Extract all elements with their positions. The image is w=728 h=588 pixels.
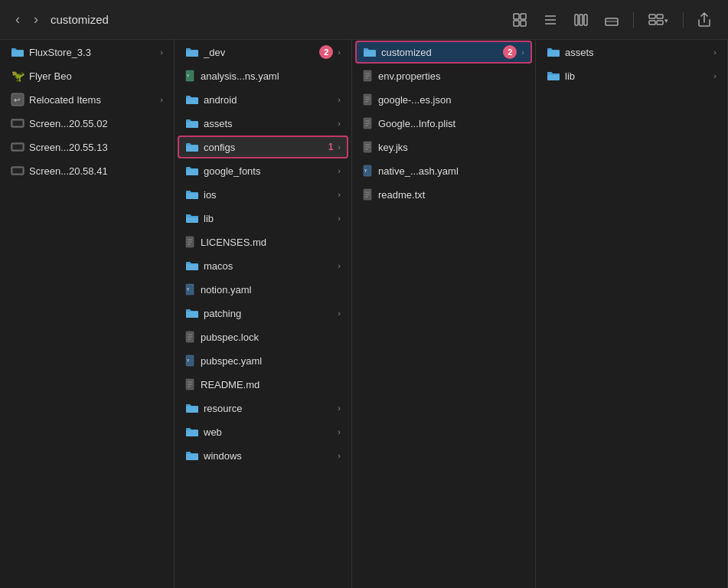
svg-rect-22 — [13, 145, 22, 149]
col3-item-label: Google...Info.plist — [378, 118, 524, 129]
folder-icon — [185, 47, 199, 57]
col2-item-ios[interactable]: ios › — [178, 183, 348, 206]
list-view-button[interactable] — [538, 9, 563, 31]
col2-item-label: resource — [204, 403, 333, 414]
col2-item-label: ios — [204, 189, 333, 201]
svg-rect-14 — [649, 21, 655, 24]
sidebar-item-label: Screen...20.55.13 — [29, 142, 163, 153]
folder-icon — [185, 260, 199, 271]
chevron-icon: › — [338, 427, 341, 436]
file-icon — [363, 117, 374, 130]
folder-icon — [185, 142, 199, 152]
svg-rect-24 — [13, 168, 22, 173]
file-icon — [363, 141, 374, 154]
title-bar: ‹ › customized — [0, 0, 728, 40]
col3-item-env[interactable]: env.properties — [355, 64, 532, 87]
folder-icon — [185, 165, 199, 176]
svg-rect-20 — [13, 121, 22, 126]
col2-item-label: README.md — [201, 379, 341, 390]
svg-rect-15 — [657, 21, 663, 24]
svg-rect-13 — [657, 15, 663, 18]
chevron-icon: › — [338, 95, 341, 104]
col2-item-resource[interactable]: resource › — [178, 397, 348, 420]
col2-item-pubspec-yaml[interactable]: Y pubspec.yaml — [178, 349, 348, 372]
col2-item-licenses[interactable]: LICENSES.md — [178, 230, 348, 253]
folder-icon — [185, 403, 199, 413]
relocated-icon: ↩ — [11, 93, 24, 106]
col3-item-google-json[interactable]: google-...es.json — [355, 88, 532, 111]
yaml-file-icon: Y — [185, 283, 196, 296]
sidebar-item-flyerbeo[interactable]: 🦖 Flyer Beo — [3, 64, 171, 87]
file-icon — [185, 378, 196, 391]
badge: 2 — [319, 45, 333, 59]
gallery-view-button[interactable] — [599, 9, 624, 31]
col2-item-label: pubspec.yaml — [201, 355, 341, 367]
chevron-icon: › — [338, 47, 341, 57]
back-button[interactable]: ‹ — [12, 8, 23, 31]
col2-item-label: windows — [204, 450, 333, 462]
column-view-button[interactable] — [569, 9, 593, 31]
folder-icon — [185, 189, 199, 200]
sidebar-item-fluxstore[interactable]: FluxStore_3.3 › — [3, 41, 171, 64]
col2-item-notion[interactable]: Y notion.yaml — [178, 278, 348, 301]
col2-item-configs[interactable]: configs 1 › — [178, 136, 348, 158]
chevron-icon: › — [338, 190, 341, 199]
grid-view-button[interactable] — [508, 9, 532, 31]
chevron-icon: › — [338, 403, 341, 413]
col4-item-lib[interactable]: lib › — [539, 64, 724, 87]
sidebar-item-screen1[interactable]: Screen...20.55.02 — [3, 112, 171, 135]
toolbar-icons: ▾ — [508, 9, 716, 31]
col2-item-label: google_fonts — [204, 165, 333, 177]
col3-item-label: env.properties — [378, 70, 524, 82]
dev-column: _dev 2 › Y analysis...ns.yaml android › … — [175, 40, 352, 588]
screenshot-icon — [11, 140, 24, 154]
col2-item-label: patching — [204, 308, 333, 319]
col2-item-label: configs — [204, 142, 322, 153]
col2-item-analysis[interactable]: Y analysis...ns.yaml — [178, 64, 348, 87]
col2-item-readme[interactable]: README.md — [178, 373, 348, 396]
forward-button[interactable]: › — [31, 8, 41, 31]
col3-item-key[interactable]: key.jks — [355, 136, 532, 158]
col2-item-label: web — [204, 426, 333, 438]
nav-buttons: ‹ › — [12, 8, 41, 31]
col3-item-readme[interactable]: readme.txt — [355, 183, 532, 206]
col2-item-macos[interactable]: macos › — [178, 254, 348, 277]
file-icon — [363, 70, 374, 83]
more-options-button[interactable]: ▾ — [643, 9, 674, 31]
col2-item-web[interactable]: web › — [178, 420, 348, 443]
badge-col3: 2 — [503, 45, 517, 59]
chevron-icon: › — [338, 142, 341, 152]
toolbar-separator — [633, 12, 634, 28]
col3-item-google-info[interactable]: Google...Info.plist — [355, 112, 532, 135]
col2-item-windows[interactable]: windows › — [178, 444, 348, 467]
chevron-icon: › — [338, 166, 341, 175]
col3-item-label: native_...ash.yaml — [378, 165, 524, 177]
col2-item-patching[interactable]: patching › — [178, 302, 348, 325]
svg-text:↩: ↩ — [14, 96, 20, 104]
sidebar-item-screen3[interactable]: Screen...20.58.41 — [3, 159, 171, 182]
sidebar-item-screen2[interactable]: Screen...20.55.13 — [3, 136, 171, 158]
col3-item-label: key.jks — [378, 142, 524, 153]
col2-item-android[interactable]: android › — [178, 88, 348, 111]
col2-item-dev[interactable]: _dev 2 › — [178, 41, 348, 64]
col3-item-native[interactable]: Y native_...ash.yaml — [355, 159, 532, 182]
yaml-file-icon: Y — [185, 70, 196, 83]
customized-column: assets › lib › — [536, 40, 728, 588]
col2-item-label: _dev — [204, 47, 315, 58]
col3-item-customized[interactable]: customized 2 › — [355, 41, 532, 64]
configs-column: customized 2 › env.properties google-...… — [352, 40, 536, 588]
svg-rect-8 — [579, 15, 583, 25]
col2-item-google-fonts[interactable]: google_fonts › — [178, 159, 348, 182]
sidebar-item-relocated[interactable]: ↩ Relocated Items › — [3, 88, 171, 111]
col2-item-assets[interactable]: assets › — [178, 112, 348, 135]
folder-icon — [185, 308, 199, 318]
sidebar-item-label: Flyer Beo — [29, 70, 163, 82]
chevron-icon: › — [338, 451, 341, 460]
col2-item-lib[interactable]: lib › — [178, 207, 348, 230]
col4-item-assets[interactable]: assets › — [539, 41, 724, 64]
emoji-icon: 🦖 — [11, 69, 24, 83]
col2-item-label: pubspec.lock — [201, 332, 341, 343]
screenshot-icon — [11, 116, 24, 130]
col2-item-pubspec-lock[interactable]: pubspec.lock — [178, 325, 348, 348]
share-button[interactable] — [693, 9, 716, 31]
